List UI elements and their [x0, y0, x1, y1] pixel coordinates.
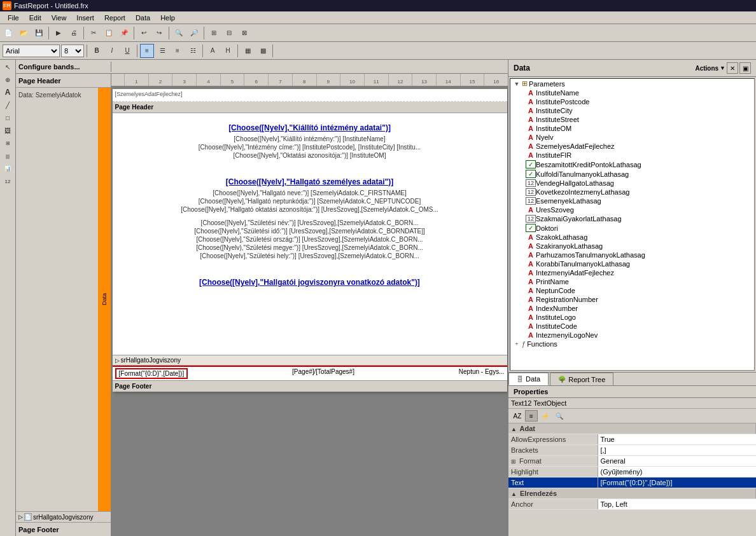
tree-item-szakok[interactable]: A SzakokLathasag [510, 233, 754, 242]
tree-item-szgl[interactable]: 12 SzakmaiGyakorlatLathasag [510, 214, 754, 223]
tool-rect[interactable]: □ [2, 112, 13, 123]
tool-text[interactable]: A [2, 86, 13, 98]
align-button[interactable]: ⊠ [237, 26, 251, 40]
menu-view[interactable]: View [46, 13, 72, 23]
print-button[interactable]: 🖨 [67, 26, 81, 40]
tool-line[interactable]: ╱ [2, 99, 13, 111]
tree-item-szemelyes[interactable]: A SzemelyesAdatFejlechez [510, 142, 754, 151]
tree-item-institutestreet[interactable]: A InstituteStreet [510, 115, 754, 124]
save-button[interactable]: 💾 [32, 26, 46, 40]
configure-bands-button[interactable]: Configure bands... [16, 62, 111, 72]
tree-item-instituteoм[interactable]: A InstituteOM [510, 124, 754, 133]
prop-val-highlight[interactable]: (Gyűjtemény) [598, 467, 756, 478]
font-select[interactable]: Arial [3, 45, 60, 57]
tree-item-institutecity[interactable]: A InstituteCity [510, 106, 754, 115]
tab-report-tree[interactable]: 🌳 Report Tree [550, 373, 613, 385]
expand-parameters[interactable]: ▼ [512, 81, 522, 87]
prop-val-text[interactable]: [Format("{0:D}",[Date])] [598, 478, 756, 488]
tree-item-indexnumber[interactable]: A IndexNumber [510, 304, 754, 313]
tool-num[interactable]: 12 [2, 175, 13, 187]
tool-subreport[interactable]: ⊞ [2, 137, 13, 149]
tab-data[interactable]: 🗄 Data [508, 373, 549, 385]
size-select[interactable]: 8 [61, 45, 84, 57]
tree-item-doktori[interactable]: ✓ Doktori [510, 223, 754, 233]
tree-item-registration[interactable]: A RegistrationNumber [510, 295, 754, 304]
tree-item-neptuncode[interactable]: A NeptunCode [510, 286, 754, 295]
tree-item-institutepostcode[interactable]: A InstitutePostcode [510, 97, 754, 106]
menu-file[interactable]: File [3, 13, 24, 23]
preview-button[interactable]: ▶ [52, 26, 66, 40]
tree-item-parhuzamos[interactable]: A ParhuzamosTanulmanyokLathasag [510, 251, 754, 259]
prop-events[interactable]: ⚡ [539, 410, 552, 422]
align-center-button[interactable]: ☰ [155, 44, 169, 58]
copy-button[interactable]: 📋 [102, 26, 116, 40]
data-panel-options[interactable]: ▣ [739, 62, 751, 74]
menu-insert[interactable]: Insert [71, 13, 99, 23]
redo-button[interactable]: ↪ [152, 26, 166, 40]
menu-help[interactable]: Help [155, 13, 180, 23]
tree-item-bkpl[interactable]: ✓ BeszamitottKreditPontokLathasag [510, 160, 754, 169]
tree-item-nyelv[interactable]: A Nyelv [510, 133, 754, 142]
data-tree[interactable]: ▼ ⊞ Parameters A InstituteName A Institu… [510, 78, 755, 371]
report-content-area[interactable]: [Choose([Nyelv],"Kiállító intézmény adat… [113, 113, 507, 355]
prop-sort-category[interactable]: ≡ [525, 410, 538, 422]
footer-date-cell[interactable]: [Format("{0:D}",[Date])] [115, 368, 188, 379]
new-button[interactable]: 📄 [1, 26, 15, 40]
highlight-button[interactable]: H [221, 44, 235, 58]
tool-barcode[interactable]: ||| [2, 150, 13, 161]
tree-item-szakiranyok[interactable]: A SzakiranyokLathasag [510, 242, 754, 251]
menu-data[interactable]: Data [130, 13, 155, 23]
expand-functions[interactable]: + [512, 341, 522, 347]
prop-row-text[interactable]: Text [Format("{0:D}",[Date])] [508, 478, 756, 488]
tree-item-intezmenyilogonev[interactable]: A IntezmenyiLogoNev [510, 331, 754, 340]
paste-button[interactable]: 📌 [117, 26, 131, 40]
prop-val-format[interactable]: General [598, 456, 756, 467]
tree-item-printname[interactable]: A PrintName [510, 277, 754, 286]
prop-sort-alpha[interactable]: AZ [511, 410, 524, 422]
expand-elrendezes[interactable]: ▲ [511, 491, 517, 497]
zoom-in-button[interactable]: 🔍 [172, 26, 186, 40]
italic-button[interactable]: I [105, 44, 119, 58]
tool-cursor[interactable]: ↖ [2, 61, 13, 72]
actions-arrow[interactable]: ▼ [720, 65, 725, 71]
prop-val-allowexpressions[interactable]: True [598, 434, 756, 445]
tree-item-uresszoveg[interactable]: A UresSzoveg [510, 205, 754, 214]
zoom-out-button[interactable]: 🔎 [187, 26, 201, 40]
open-button[interactable]: 📂 [17, 26, 31, 40]
prop-val-anchor[interactable]: Top, Left [598, 499, 756, 510]
tree-item-ktl[interactable]: ✓ KulfoldiTanulmanyokLathasag [510, 169, 754, 179]
tree-item-korabbi[interactable]: A KorabbiTanulmanyokLathasag [510, 259, 754, 268]
prop-search[interactable]: 🔍 [553, 410, 566, 422]
bold-button[interactable]: B [90, 44, 104, 58]
tool-zoom[interactable]: ⊕ [2, 74, 13, 85]
tree-item-institutefir[interactable]: A InstituteFIR [510, 151, 754, 160]
tree-item-institutename[interactable]: A InstituteName [510, 88, 754, 97]
tree-item-esl[interactable]: 12 EsemenyekLathasag [510, 196, 754, 205]
tree-item-institutelogo[interactable]: A InstituteLogo [510, 313, 754, 322]
actions-label[interactable]: Actions [695, 65, 718, 72]
text-color-button[interactable]: A [206, 44, 220, 58]
prop-val-brackets[interactable]: [,] [598, 445, 756, 456]
align-left-button[interactable]: ≡ [140, 44, 154, 58]
align-justify-button[interactable]: ☷ [186, 44, 200, 58]
grid-button[interactable]: ⊞ [207, 26, 221, 40]
undo-button[interactable]: ↩ [137, 26, 151, 40]
fill-button[interactable]: ▩ [256, 44, 270, 58]
tree-item-intezmenyi[interactable]: A IntezmenyiAdatFejlechez [510, 268, 754, 277]
tree-item-parameters[interactable]: ▼ ⊞ Parameters [510, 79, 754, 88]
snap-button[interactable]: ⊟ [222, 26, 236, 40]
tree-item-functions[interactable]: + ƒ Functions [510, 340, 754, 348]
underline-button[interactable]: U [120, 44, 134, 58]
expand-adat[interactable]: ▲ [511, 426, 517, 432]
align-right-button[interactable]: ≡ [171, 44, 185, 58]
border-button[interactable]: ▦ [241, 44, 255, 58]
menu-report[interactable]: Report [99, 13, 130, 23]
tool-image[interactable]: 🖼 [2, 125, 13, 136]
tree-item-institutecode[interactable]: A InstituteCode [510, 322, 754, 331]
tree-item-kil[interactable]: 12 KovetkezoIntezmenyLathasag [510, 188, 754, 196]
expand-format[interactable]: ⊞ [511, 458, 516, 465]
tool-chart[interactable]: 📊 [2, 163, 13, 174]
cut-button[interactable]: ✂ [87, 26, 101, 40]
data-panel-close[interactable]: ✕ [727, 62, 738, 74]
tree-item-vhl[interactable]: 12 VendegHallgatoLathasag [510, 179, 754, 188]
